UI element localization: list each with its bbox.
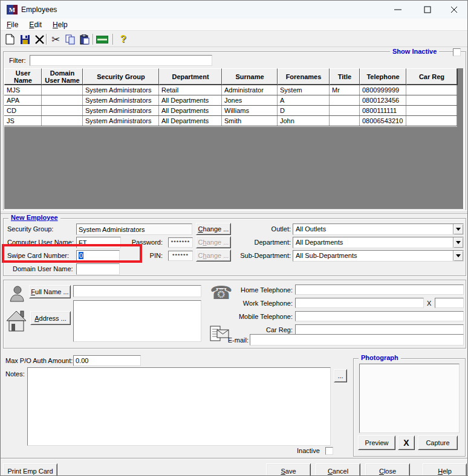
chevron-down-icon xyxy=(453,251,463,261)
filter-input[interactable] xyxy=(30,55,212,66)
address-button[interactable]: Address ... xyxy=(30,311,71,325)
delete-photo-button[interactable]: X xyxy=(398,436,415,450)
new-document-icon[interactable] xyxy=(4,33,17,46)
swipe-card-number-input[interactable]: 0 xyxy=(76,250,120,262)
toolbar-separator xyxy=(112,34,114,45)
work-telephone-input[interactable] xyxy=(295,298,424,308)
full-name-button[interactable]: Full Name ... xyxy=(29,285,71,298)
save-icon[interactable] xyxy=(18,33,31,46)
cell-user-name: MJS xyxy=(4,85,42,95)
column-header-surname[interactable]: Surname xyxy=(222,68,278,85)
show-inactive-checkbox[interactable] xyxy=(453,48,461,56)
outlet-value: All Outlets xyxy=(296,225,326,233)
cell-forenames: System xyxy=(278,85,330,95)
help-button[interactable]: Help xyxy=(423,463,467,476)
splitter-handle[interactable] xyxy=(1,210,468,214)
cell-domain-user-name xyxy=(42,106,83,115)
cell-surname: Administrator xyxy=(222,85,278,95)
department-label: Department: xyxy=(224,239,291,246)
menu-bar: File Edit Help xyxy=(1,19,467,31)
domain-user-name-input[interactable] xyxy=(76,263,120,275)
close-button-footer[interactable]: Close xyxy=(365,463,410,476)
address-textarea[interactable] xyxy=(73,300,201,342)
pin-field[interactable]: ****** xyxy=(168,251,193,261)
table-row[interactable]: MJS System Administrators Retail Adminis… xyxy=(4,85,457,95)
column-header-telephone[interactable]: Telephone xyxy=(360,68,406,85)
column-header-security-group[interactable]: Security Group xyxy=(83,68,159,85)
employee-table: User Name Domain User Name Security Grou… xyxy=(4,68,464,209)
email-input[interactable] xyxy=(250,334,464,346)
sub-department-dropdown[interactable]: All Sub-Departments xyxy=(293,250,464,262)
notes-more-button[interactable]: ... xyxy=(334,369,347,382)
cell-telephone: 0800999999 xyxy=(360,85,406,95)
menu-help[interactable]: Help xyxy=(51,20,69,30)
cell-title xyxy=(330,95,360,105)
home-telephone-label: Home Telephone: xyxy=(232,286,293,294)
outlet-dropdown[interactable]: All Outlets xyxy=(293,224,464,235)
title-bar: M Employees xyxy=(1,1,467,19)
swipe-card-number-label: Swipe Card Number: xyxy=(7,252,69,259)
sub-department-label: Sub-Department: xyxy=(224,252,291,259)
notes-textarea[interactable] xyxy=(27,367,331,446)
maximize-button[interactable] xyxy=(414,1,441,19)
photograph-title: Photograph xyxy=(359,354,401,361)
cell-title xyxy=(330,116,360,126)
menu-file[interactable]: File xyxy=(5,20,19,30)
column-header-department[interactable]: Department xyxy=(159,68,222,85)
cut-icon[interactable]: ✂ xyxy=(49,33,62,46)
save-button[interactable]: Save xyxy=(266,463,311,476)
new-employee-title: New Employee xyxy=(8,214,60,221)
computer-user-name-label: Computer User Name: xyxy=(7,239,74,246)
max-po-auth-label: Max P/O Auth Amount: xyxy=(5,357,73,364)
table-row[interactable]: JS System Administrators All Departments… xyxy=(4,116,457,126)
cell-user-name: CD xyxy=(4,106,42,115)
delete-icon[interactable] xyxy=(33,33,46,46)
toolbar-separator xyxy=(93,34,94,45)
max-po-auth-input[interactable] xyxy=(73,355,141,366)
print-emp-card-button[interactable]: Print Emp Card xyxy=(3,463,57,476)
cell-security-group: System Administrators xyxy=(83,106,159,115)
inactive-checkbox[interactable] xyxy=(325,447,333,455)
cancel-button[interactable]: Cancel xyxy=(316,463,360,476)
home-telephone-input[interactable] xyxy=(295,285,464,295)
work-telephone-extension-input[interactable] xyxy=(435,298,464,308)
department-value: All Departments xyxy=(296,239,343,246)
cell-domain-user-name xyxy=(42,85,83,95)
car-reg-label: Car Reg: xyxy=(232,326,293,333)
column-header-domain-user-name[interactable]: Domain User Name xyxy=(42,68,83,85)
car-reg-input[interactable] xyxy=(295,324,464,335)
department-dropdown[interactable]: All Departments xyxy=(293,237,464,248)
column-header-car-reg[interactable]: Car Reg xyxy=(406,68,457,85)
menu-edit[interactable]: Edit xyxy=(28,20,43,30)
employees-window: M Employees File Edit Help ✂ xyxy=(0,0,468,476)
mobile-telephone-input[interactable] xyxy=(295,311,464,321)
close-button[interactable] xyxy=(440,1,468,19)
selected-text: 0 xyxy=(79,252,83,259)
column-header-title[interactable]: Title xyxy=(330,68,360,85)
paste-icon[interactable] xyxy=(78,33,91,46)
help-icon[interactable]: ? xyxy=(117,33,130,46)
capture-button[interactable]: Capture xyxy=(418,436,458,450)
preview-button[interactable]: Preview xyxy=(358,436,395,450)
full-name-input[interactable] xyxy=(73,285,201,297)
minimize-button[interactable] xyxy=(384,1,412,19)
inactive-label: Inactive xyxy=(297,447,320,454)
filter-label: Filter: xyxy=(9,57,26,64)
cell-forenames: John xyxy=(278,116,330,126)
copy-icon[interactable] xyxy=(63,33,77,46)
cell-telephone: 0800111111 xyxy=(360,106,406,115)
table-row[interactable]: APA System Administrators All Department… xyxy=(4,95,457,106)
cell-department: All Departments xyxy=(159,116,222,126)
window-title: Employees xyxy=(21,5,57,14)
security-group-label: Security Group: xyxy=(7,225,53,233)
password-field[interactable]: ******* xyxy=(168,237,193,248)
computer-user-name-input[interactable] xyxy=(76,237,121,248)
table-row[interactable]: CD System Administrators All Departments… xyxy=(4,106,457,116)
swipe-card-icon[interactable] xyxy=(96,33,109,46)
cell-department: All Departments xyxy=(159,95,222,105)
cell-title xyxy=(330,106,360,115)
security-group-input[interactable] xyxy=(76,224,192,235)
column-header-forenames[interactable]: Forenames xyxy=(278,68,330,85)
column-header-user-name[interactable]: User Name xyxy=(4,68,42,85)
mobile-telephone-label: Mobile Telephone: xyxy=(232,313,293,320)
